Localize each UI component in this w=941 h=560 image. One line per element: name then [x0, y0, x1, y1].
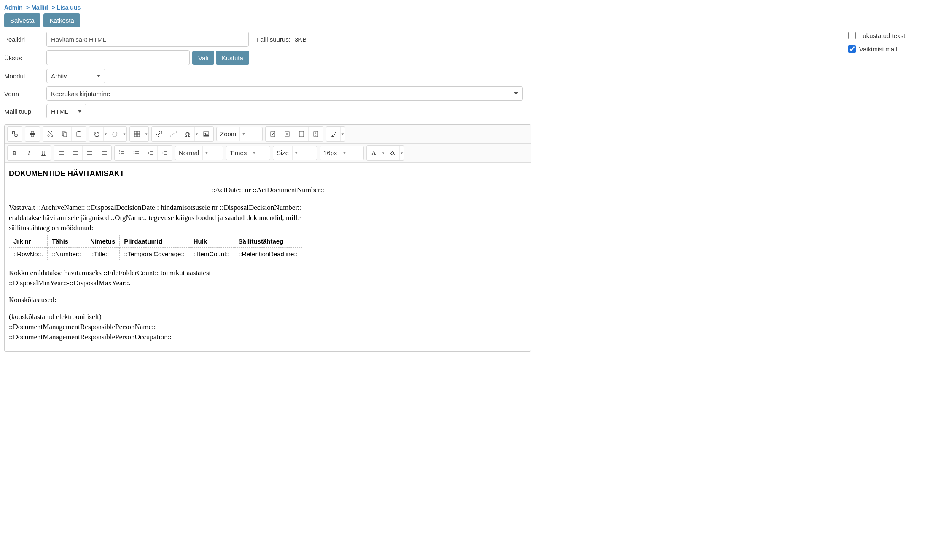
doc-act-line: ::ActDate:: nr ::ActDocumentNumber:: [9, 186, 527, 194]
clipboard-time-icon[interactable] [309, 127, 323, 141]
choose-button[interactable]: Vali [192, 51, 214, 65]
table-icon[interactable] [130, 127, 144, 141]
align-center-icon[interactable] [68, 146, 83, 160]
cut-icon[interactable] [43, 127, 57, 141]
doc-para4-l1: (kooskõlastatud elektrooniliselt) [9, 313, 527, 321]
unit-input[interactable] [46, 50, 190, 65]
breadcrumb[interactable]: Admin -> Mallid -> Lisa uus [4, 4, 937, 11]
editor-content[interactable]: DOKUMENTIDE HÄVITAMISAKT ::ActDate:: nr … [5, 163, 531, 351]
format-dropdown[interactable]: ▼ [202, 146, 210, 160]
redo-dropdown[interactable]: ▼ [122, 132, 126, 136]
th-hulk: Hulk [189, 235, 234, 248]
save-button[interactable]: Salvesta [4, 13, 40, 27]
text-color-icon[interactable]: A [367, 146, 381, 160]
td-retention: ::RetentionDeadline:: [234, 248, 302, 260]
indent-icon[interactable] [158, 146, 172, 160]
format-combo[interactable]: Normal [175, 146, 202, 160]
italic-icon[interactable]: I [22, 146, 36, 160]
type-select[interactable]: HTML [46, 104, 86, 118]
th-tahis: Tähis [48, 235, 86, 248]
find-icon[interactable] [8, 127, 22, 141]
unit-label: Üksus [4, 54, 46, 62]
svg-rect-5 [31, 135, 34, 137]
ordered-list-icon[interactable]: 12 [115, 146, 129, 160]
table-dropdown[interactable]: ▼ [144, 132, 148, 136]
svg-line-8 [49, 131, 52, 135]
link-icon[interactable] [152, 127, 166, 141]
svg-point-6 [48, 135, 49, 137]
svg-rect-13 [78, 131, 80, 132]
copy-icon[interactable] [57, 127, 72, 141]
bg-color-dropdown[interactable]: ▼ [400, 151, 404, 155]
size-dropdown[interactable]: ▼ [292, 146, 300, 160]
clipboard-list-icon[interactable] [280, 127, 294, 141]
size-combo[interactable]: Size [273, 146, 292, 160]
font-dropdown[interactable]: ▼ [250, 146, 258, 160]
file-size-label: Faili suurus: [256, 36, 290, 43]
cancel-button[interactable]: Katkesta [43, 13, 80, 27]
highlight-dropdown[interactable]: ▼ [341, 132, 345, 136]
zoom-combo[interactable]: Zoom [217, 127, 239, 141]
clipboard-check-icon[interactable] [266, 127, 280, 141]
doc-para2-l1: Kokku eraldatakse hävitamiseks ::FileFol… [9, 269, 527, 277]
align-right-icon[interactable] [83, 146, 97, 160]
doc-para1-l1: Vastavalt ::ArchiveName:: ::DisposalDeci… [9, 204, 527, 212]
th-jrk: Jrk nr [9, 235, 48, 248]
svg-line-9 [48, 131, 51, 135]
highlight-icon[interactable] [326, 127, 341, 141]
px-combo[interactable]: 16px [320, 146, 341, 160]
paste-icon[interactable] [72, 127, 86, 141]
image-icon[interactable] [199, 127, 213, 141]
clipboard-x-icon[interactable] [294, 127, 309, 141]
doc-para3: Kooskõlastused: [9, 296, 527, 304]
zoom-dropdown[interactable]: ▼ [239, 127, 247, 141]
unordered-list-icon[interactable] [129, 146, 143, 160]
th-sailitustahtaeg: Säilitustähtaeg [234, 235, 302, 248]
special-char-dropdown[interactable]: ▼ [195, 132, 199, 136]
td-temporal: ::TemporalCoverage:: [120, 248, 189, 260]
table-row: ::RowNo::. ::Number:: ::Title:: ::Tempor… [9, 248, 302, 260]
title-input[interactable] [46, 32, 249, 47]
bg-color-icon[interactable] [385, 146, 400, 160]
delete-button[interactable]: Kustuta [216, 51, 249, 65]
special-char-icon[interactable]: Ω [180, 127, 195, 141]
locked-checkbox-row[interactable]: Lukustatud tekst [848, 32, 937, 39]
default-label: Vaikimisi mall [859, 46, 897, 53]
file-size-value: 3KB [295, 36, 306, 43]
svg-rect-14 [134, 131, 140, 137]
redo-icon[interactable] [108, 127, 122, 141]
px-dropdown[interactable]: ▼ [341, 146, 348, 160]
svg-rect-22 [285, 131, 289, 137]
doc-para1-l2: eraldatakse hävitamisele järgmised ::Org… [9, 214, 527, 222]
undo-dropdown[interactable]: ▼ [104, 132, 108, 136]
locked-checkbox[interactable] [848, 32, 856, 39]
underline-icon[interactable]: U [36, 146, 51, 160]
doc-heading: DOKUMENTIDE HÄVITAMISAKT [9, 169, 527, 178]
toolbar-row-1: ▼ ▼ ▼ Ω ▼ Zoom ▼ [5, 125, 531, 144]
unlink-icon[interactable] [166, 127, 180, 141]
toolbar-row-2: B I U 12 [5, 144, 531, 163]
form-select[interactable]: Keerukas kirjutamine [46, 86, 523, 101]
print-icon[interactable] [25, 127, 40, 141]
td-number: ::Number:: [48, 248, 86, 260]
module-select[interactable]: Arhiiv [46, 69, 105, 83]
th-piirdaatumid: Piirdaatumid [120, 235, 189, 248]
font-combo[interactable]: Times [226, 146, 250, 160]
outdent-icon[interactable] [143, 146, 158, 160]
bold-icon[interactable]: B [8, 146, 22, 160]
form-label: Vorm [4, 90, 46, 97]
doc-para2-l2: ::DisposalMinYear::-::DisposalMaxYear::. [9, 279, 527, 287]
svg-point-7 [51, 135, 53, 137]
svg-rect-4 [31, 131, 34, 133]
default-checkbox-row[interactable]: Vaikimisi mall [848, 45, 937, 53]
align-justify-icon[interactable] [97, 146, 111, 160]
svg-rect-12 [77, 132, 81, 137]
td-itemcount: ::ItemCount:: [189, 248, 234, 260]
svg-text:2: 2 [119, 152, 120, 155]
text-color-dropdown[interactable]: ▼ [381, 151, 385, 155]
undo-icon[interactable] [89, 127, 104, 141]
default-checkbox[interactable] [848, 45, 856, 53]
module-label: Moodul [4, 72, 46, 80]
align-left-icon[interactable] [54, 146, 68, 160]
type-label: Malli tüüp [4, 108, 46, 115]
